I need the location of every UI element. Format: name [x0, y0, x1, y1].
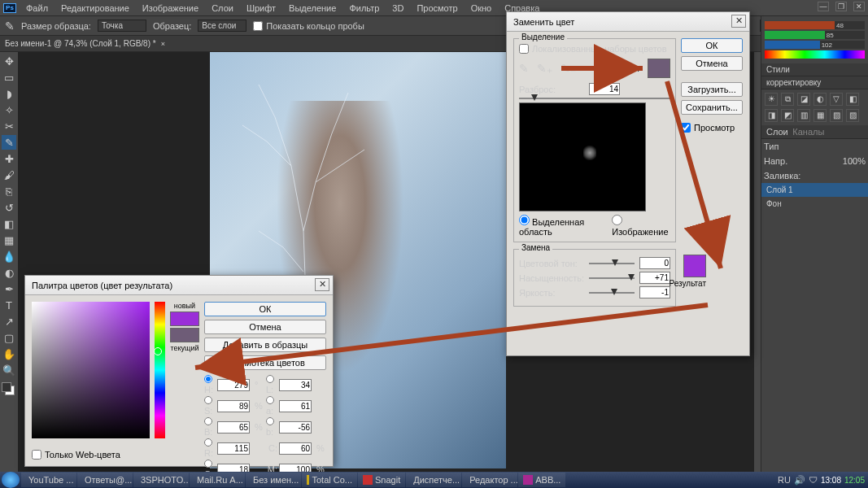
s-radio[interactable]: S:: [204, 396, 216, 416]
tray-icon[interactable]: 🛡: [809, 475, 818, 485]
h-radio[interactable]: H:: [204, 375, 216, 394]
wand-tool-icon[interactable]: ✧: [2, 102, 16, 117]
taskbar-item[interactable]: Ответы@...: [77, 473, 133, 487]
adj-curves-icon[interactable]: ◪: [797, 93, 810, 106]
menu-window[interactable]: Окно: [465, 3, 499, 13]
adj-poster-icon[interactable]: ▨: [846, 109, 859, 122]
hand-tool-icon[interactable]: ✋: [2, 346, 16, 361]
sample-layer-dropdown[interactable]: Все слои: [198, 20, 246, 32]
b2-input[interactable]: [279, 421, 312, 434]
source-color-swatch[interactable]: [648, 59, 670, 78]
b2-radio[interactable]: b:: [266, 417, 277, 437]
light-slider[interactable]: [589, 292, 635, 294]
language-indicator[interactable]: RU: [778, 475, 791, 485]
styles-panel-tab[interactable]: Стили: [761, 63, 868, 76]
layer-row[interactable]: Слой 1: [761, 183, 868, 197]
h-input[interactable]: [217, 379, 250, 391]
taskbar-item[interactable]: Диспетче...: [406, 473, 461, 487]
adj-lookup-icon[interactable]: ▦: [813, 109, 827, 122]
taskbar-item[interactable]: Snagit: [358, 473, 405, 487]
type-tool-icon[interactable]: T: [2, 298, 16, 312]
taskbar-item[interactable]: АВВ...: [518, 473, 565, 487]
ring-checkbox[interactable]: Показать кольцо пробы: [253, 21, 364, 31]
adjust-panel-tab[interactable]: корректировку: [761, 76, 868, 89]
adj-mixer-icon[interactable]: ▥: [797, 109, 810, 122]
blur-tool-icon[interactable]: 💧: [2, 249, 16, 264]
crop-tool-icon[interactable]: ✂: [2, 119, 16, 133]
menu-file[interactable]: Файл: [20, 3, 55, 13]
menu-edit[interactable]: Редактирование: [55, 3, 136, 13]
stamp-tool-icon[interactable]: ⎘: [2, 184, 16, 198]
menu-filter[interactable]: Фильтр: [342, 3, 386, 13]
preview-checkbox[interactable]: Просмотр: [681, 123, 743, 133]
ok-button[interactable]: ОК: [204, 302, 326, 316]
adj-bw-icon[interactable]: ◨: [765, 109, 778, 122]
menu-3d[interactable]: 3D: [386, 3, 410, 13]
b-radio[interactable]: B:: [204, 417, 216, 437]
gradient-tool-icon[interactable]: ▦: [2, 233, 16, 247]
taskbar-item[interactable]: Без имен...: [246, 473, 301, 487]
s-input[interactable]: [217, 400, 250, 412]
cancel-button[interactable]: Отмена: [681, 56, 743, 71]
r-radio[interactable]: R:: [204, 438, 216, 458]
history-brush-icon[interactable]: ↺: [2, 200, 16, 215]
clock[interactable]: 13:08: [821, 476, 841, 485]
add-swatch-button[interactable]: Добавить в образцы: [204, 338, 326, 352]
min-button[interactable]: —: [818, 2, 829, 11]
menu-view[interactable]: Просмотр: [410, 3, 464, 13]
fuzziness-slider[interactable]: [519, 98, 670, 99]
eyedropper-minus-icon[interactable]: ✎₋: [560, 62, 576, 75]
adj-vibrance-icon[interactable]: ▽: [830, 93, 843, 106]
a-radio[interactable]: a:: [266, 396, 277, 416]
radio-selection[interactable]: Выделенная область: [519, 215, 604, 237]
sat-input[interactable]: [639, 272, 670, 284]
ok-button[interactable]: ОК: [681, 38, 743, 53]
layer-row[interactable]: Фон: [761, 197, 868, 211]
marquee-tool-icon[interactable]: ▭: [2, 70, 16, 85]
save-button[interactable]: Сохранить...: [681, 100, 743, 115]
taskbar-item[interactable]: Total Co...: [302, 473, 357, 487]
adj-exposure-icon[interactable]: ◐: [813, 93, 827, 106]
move-tool-icon[interactable]: ✥: [2, 54, 16, 68]
hue-strip[interactable]: [155, 302, 165, 438]
sample-size-dropdown[interactable]: Точка: [98, 20, 146, 32]
taskbar-item[interactable]: Редактор ...: [462, 473, 517, 487]
heal-tool-icon[interactable]: ✚: [2, 151, 16, 166]
zoom-tool-icon[interactable]: 🔍: [2, 363, 16, 377]
restore-button[interactable]: ❐: [835, 2, 847, 11]
r-input[interactable]: [217, 442, 250, 455]
dialog-title[interactable]: Заменить цвет: [507, 12, 749, 32]
dialog-close-button[interactable]: ✕: [315, 278, 329, 291]
document-tab[interactable]: Без имени-1 @ 74,3% (Слой 1, RGB/8) *: [5, 39, 156, 48]
menu-image[interactable]: Изображение: [136, 3, 205, 13]
eyedropper-icon[interactable]: ✎: [519, 62, 529, 75]
pen-tool-icon[interactable]: ✒: [2, 281, 16, 296]
adj-brightness-icon[interactable]: ☀: [765, 93, 778, 106]
color-field[interactable]: [32, 302, 150, 438]
cancel-button[interactable]: Отмена: [204, 320, 326, 334]
color-libraries-button[interactable]: Библиотека цветов: [204, 355, 326, 370]
light-input[interactable]: [639, 286, 670, 298]
sat-slider[interactable]: [589, 277, 635, 279]
menu-type[interactable]: Шрифт: [240, 3, 282, 13]
path-tool-icon[interactable]: ↗: [2, 314, 16, 329]
taskbar-item[interactable]: YouTube ...: [21, 473, 76, 487]
a-input[interactable]: [279, 400, 312, 412]
menu-layers[interactable]: Слои: [205, 3, 240, 13]
adj-photo-icon[interactable]: ◩: [781, 109, 794, 122]
hue-input[interactable]: [639, 257, 670, 269]
brush-tool-icon[interactable]: 🖌: [2, 168, 16, 182]
l-radio[interactable]: L:: [266, 375, 277, 394]
taskbar-item[interactable]: Mail.Ru А...: [190, 473, 245, 487]
taskbar-item[interactable]: 3SPHOTO...: [133, 473, 189, 487]
menu-select[interactable]: Выделение: [282, 3, 342, 13]
adj-levels-icon[interactable]: ⧉: [781, 93, 794, 106]
l-input[interactable]: [279, 379, 312, 391]
web-only-checkbox[interactable]: Только Web-цвета: [32, 450, 120, 460]
dodge-tool-icon[interactable]: ◐: [2, 265, 16, 280]
radio-image[interactable]: Изображение: [612, 215, 670, 237]
tray-icon[interactable]: 🔊: [794, 475, 805, 486]
dialog-close-button[interactable]: ✕: [731, 15, 746, 28]
tab-close-icon[interactable]: ×: [161, 40, 165, 48]
eraser-tool-icon[interactable]: ◧: [2, 216, 16, 231]
